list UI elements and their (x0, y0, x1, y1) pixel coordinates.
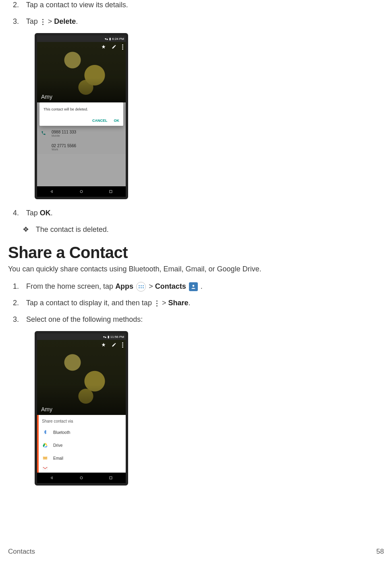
gmail-icon (42, 465, 48, 472)
section-heading: Share a Contact (8, 244, 384, 262)
apps-icon (136, 282, 146, 292)
footer-section: Contacts (8, 548, 35, 556)
step-3: 3. Tap > Delete. (24, 17, 384, 27)
contact-header-image: Amy (37, 42, 126, 102)
dialog-ok-button[interactable]: OK (114, 119, 120, 123)
contacts-icon (189, 282, 198, 291)
edit-icon (112, 44, 116, 49)
email-icon (42, 455, 48, 461)
screenshot-share-sheet: ▾▴ ▮ 11:56 PM Amy Share con (8, 331, 384, 486)
android-navbar (37, 473, 126, 483)
step-4-pre: Tap (26, 209, 40, 217)
nav-home-icon (79, 189, 84, 194)
status-bar: ▾▴ ▮ 6:24 PM (37, 35, 126, 42)
diamond-bullet-icon: ❖ (23, 225, 34, 234)
svg-rect-1 (110, 190, 112, 193)
step-4-num: 4. (13, 208, 24, 218)
star-icon (101, 342, 106, 347)
share-step-1-bold2: Contacts (155, 282, 186, 290)
battery-icon: ▮ (108, 335, 109, 339)
share-step-3: 3. Select one of the following methods: (24, 315, 384, 325)
share-step-2-pre: Tap a contact to display it, and then ta… (26, 299, 154, 307)
step-2-text: Tap a contact to view its details. (26, 1, 128, 9)
svg-point-8 (80, 477, 83, 479)
step-3-num: 3. (13, 17, 24, 27)
share-step-2-bold: Share (168, 299, 188, 307)
step-4: 4. Tap OK. (24, 208, 384, 218)
step-4-bold: OK (40, 209, 51, 217)
signal-icon: ▾▴ (103, 335, 106, 339)
svg-point-0 (80, 190, 83, 193)
share-option-email[interactable]: Email (37, 452, 126, 465)
edit-icon (112, 342, 116, 347)
share-accent-bar (37, 415, 39, 473)
nav-recent-icon (108, 189, 113, 194)
android-navbar (37, 186, 126, 197)
nav-home-icon (79, 475, 84, 480)
battery-icon: ▮ (109, 37, 111, 41)
more-vert-icon (155, 299, 159, 307)
share-step-3-num: 3. (13, 315, 24, 325)
status-time: 11:56 PM (110, 335, 124, 339)
status-bar: ▾▴ ▮ 11:56 PM (37, 333, 126, 340)
share-step-1-num: 1. (13, 281, 24, 292)
more-vert-icon (122, 342, 123, 348)
share-sheet-title: Share contact via (37, 415, 126, 426)
share-step-2-post: . (188, 299, 190, 307)
share-option-drive[interactable]: Drive (37, 439, 126, 452)
share-step-3-text: Select one of the following methods: (26, 315, 143, 323)
result-text: The contact is deleted. (36, 225, 109, 233)
share-option-label: Drive (53, 443, 62, 448)
share-step-2-num: 2. (13, 298, 24, 308)
footer-page: 58 (376, 548, 384, 556)
step-3-pre: Tap (26, 17, 40, 25)
signal-icon: ▾▴ (105, 37, 108, 41)
star-icon (101, 44, 106, 49)
share-step-1-gt: > (149, 282, 155, 290)
contact-name: Amy (41, 94, 52, 100)
delete-dialog: This contact will be deleted. CANCEL OK (39, 102, 123, 126)
share-step-1-bold1: Apps (115, 282, 133, 290)
svg-rect-9 (110, 477, 112, 479)
share-step-2-gt: > (162, 299, 168, 307)
contact-name: Amy (41, 406, 52, 413)
step-4-post: . (51, 209, 53, 217)
step-2-num: 2. (13, 0, 24, 10)
bluetooth-icon (42, 429, 48, 436)
share-option-label: Email (53, 456, 63, 461)
share-step-1-post: . (199, 282, 203, 290)
share-option-label: Bluetooth (53, 430, 70, 435)
step-2: 2. Tap a contact to view its details. (24, 0, 384, 10)
nav-back-icon (50, 475, 54, 480)
more-vert-icon (122, 44, 123, 50)
more-vert-icon (41, 18, 45, 26)
contact-header-image: Amy (37, 340, 126, 415)
share-step-1-pre: From the home screen, tap (26, 282, 115, 290)
share-step-1: 1. From the home screen, tap Apps > Cont… (24, 281, 384, 292)
screenshot-delete-dialog: ▾▴ ▮ 6:24 PM Amy This contact will be de… (8, 33, 384, 199)
step-3-gt: > (48, 17, 54, 25)
nav-recent-icon (108, 475, 113, 480)
svg-point-2 (192, 285, 194, 287)
step-3-post: . (76, 17, 78, 25)
section-intro: You can quickly share contacts using Blu… (8, 265, 384, 273)
drive-icon (42, 442, 48, 448)
nav-back-icon (50, 189, 54, 194)
status-time: 6:24 PM (112, 37, 124, 41)
dialog-message: This contact will be deleted. (44, 107, 119, 111)
share-option-more[interactable] (37, 465, 126, 473)
share-option-bluetooth[interactable]: Bluetooth (37, 426, 126, 439)
share-step-2: 2. Tap a contact to display it, and then… (24, 298, 384, 308)
step-3-bold: Delete (54, 17, 76, 25)
result-line: ❖ The contact is deleted. (8, 225, 384, 234)
dialog-cancel-button[interactable]: CANCEL (92, 119, 108, 123)
